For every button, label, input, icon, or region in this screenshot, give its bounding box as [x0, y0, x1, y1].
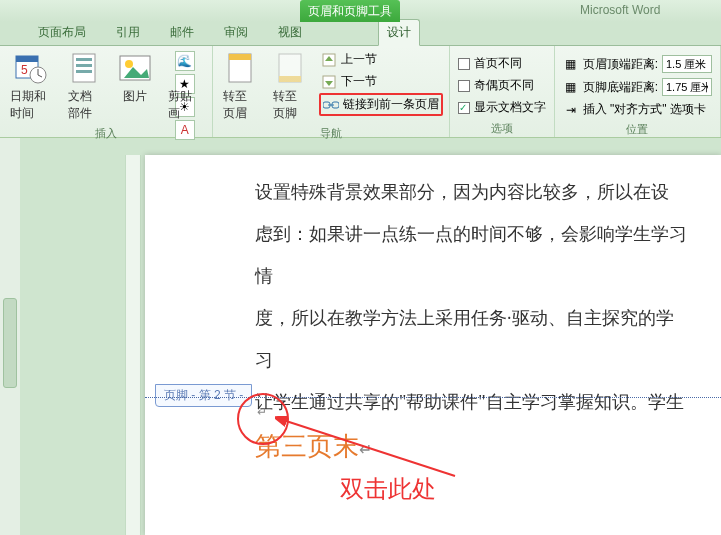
picture-label: 图片 — [123, 88, 147, 105]
group-insert: 5 日期和时间 文档部件 图片 🌊★☀A 剪贴画 — [0, 46, 213, 137]
header-distance-label: 页眉顶端距离: — [583, 56, 658, 73]
goto-header-label: 转至页眉 — [223, 88, 257, 122]
picture-button[interactable]: 图片 — [114, 49, 156, 107]
clipart-label: 剪贴画 — [168, 88, 202, 122]
scrollbar-left[interactable] — [0, 138, 20, 535]
contextual-tab-header-footer: 页眉和页脚工具 — [300, 0, 400, 22]
diff-oddeven-checkbox[interactable]: 奇偶页不同 — [456, 75, 548, 96]
footer-distance-label: 页脚底端距离: — [583, 79, 658, 96]
ribbon: 5 日期和时间 文档部件 图片 🌊★☀A 剪贴画 — [0, 46, 721, 138]
doc-parts-button[interactable]: 文档部件 — [64, 49, 106, 124]
ruler-top-icon: ▦ — [563, 56, 579, 72]
checkbox-icon — [458, 58, 470, 70]
goto-header-button[interactable]: 转至页眉 — [219, 49, 261, 124]
show-text-checkbox[interactable]: 显示文档文字 — [456, 97, 548, 118]
goto-footer-icon — [273, 51, 307, 85]
doc-parts-label: 文档部件 — [68, 88, 102, 122]
group-options-label: 选项 — [456, 119, 548, 136]
ruler-bottom-icon: ▦ — [563, 79, 579, 95]
arrow-up-icon — [321, 52, 337, 68]
diff-first-checkbox[interactable]: 首页不同 — [456, 53, 548, 74]
calendar-clock-icon: 5 — [14, 51, 48, 85]
svg-rect-8 — [76, 64, 92, 67]
clipart-icon: 🌊★☀A — [168, 51, 202, 85]
checkbox-icon — [458, 80, 470, 92]
clipart-button[interactable]: 🌊★☀A 剪贴画 — [164, 49, 206, 124]
body-line: 设置特殊背景效果部分，因为内容比较多，所以在设 — [255, 171, 691, 213]
footer-section-tag[interactable]: 页脚 - 第 2 节 - — [155, 384, 252, 407]
arrow-down-icon — [321, 74, 337, 90]
checkbox-checked-icon — [458, 102, 470, 114]
svg-rect-7 — [76, 58, 92, 61]
body-line: 让学生通过共享的"帮助课件"自主学习掌握知识。学生 — [255, 381, 691, 423]
goto-footer-label: 转至页脚 — [273, 88, 307, 122]
diff-oddeven-label: 奇偶页不同 — [474, 77, 534, 94]
link-to-prev-button[interactable]: 链接到前一条页眉 — [319, 93, 443, 116]
tab-pagelayout[interactable]: 页面布局 — [30, 20, 94, 45]
app-title: Microsoft Word — [580, 3, 660, 17]
prev-section-button[interactable]: 上一节 — [319, 49, 443, 70]
footer-divider — [145, 397, 721, 398]
footer-distance-input[interactable] — [662, 78, 712, 96]
insert-alignment-button[interactable]: ⇥ 插入 "对齐方式" 选项卡 — [561, 99, 714, 120]
tab-mailings[interactable]: 邮件 — [162, 20, 202, 45]
body-line: 度，所以在教学方法上采用任务·驱动、自主探究的学习 — [255, 297, 691, 381]
group-navigation: 转至页眉 转至页脚 上一节 下一节 — [213, 46, 450, 137]
header-distance-row[interactable]: ▦ 页眉顶端距离: — [561, 53, 714, 75]
group-position-label: 位置 — [561, 120, 714, 137]
vertical-ruler — [125, 155, 141, 535]
diff-first-label: 首页不同 — [474, 55, 522, 72]
insert-alignment-label: 插入 "对齐方式" 选项卡 — [583, 101, 706, 118]
group-navigation-label: 导航 — [219, 124, 443, 141]
doc-parts-icon — [68, 51, 102, 85]
link-to-prev-label: 链接到前一条页眉 — [343, 96, 439, 113]
tab-review[interactable]: 审阅 — [216, 20, 256, 45]
date-time-label: 日期和时间 — [10, 88, 52, 122]
show-text-label: 显示文档文字 — [474, 99, 546, 116]
tab-view[interactable]: 视图 — [270, 20, 310, 45]
goto-header-icon — [223, 51, 257, 85]
next-section-button[interactable]: 下一节 — [319, 71, 443, 92]
annotation-text: 双击此处 — [340, 473, 436, 505]
svg-rect-14 — [229, 54, 251, 60]
ribbon-tabs: 页面布局 引用 邮件 审阅 视图 设计 — [0, 22, 721, 46]
prev-section-label: 上一节 — [341, 51, 377, 68]
footer-distance-row[interactable]: ▦ 页脚底端距离: — [561, 76, 714, 98]
svg-point-11 — [125, 60, 133, 68]
body-line: 虑到：如果讲一点练一点的时间不够，会影响学生学习情 — [255, 213, 691, 297]
scrollbar-thumb[interactable] — [3, 298, 17, 388]
tab-design[interactable]: 设计 — [378, 19, 420, 46]
group-options: 首页不同 奇偶页不同 显示文档文字 选项 — [450, 46, 555, 137]
svg-rect-9 — [76, 70, 92, 73]
goto-footer-button[interactable]: 转至页脚 — [269, 49, 311, 124]
date-time-button[interactable]: 5 日期和时间 — [6, 49, 56, 124]
annotation-circle — [237, 393, 289, 445]
svg-rect-16 — [279, 76, 301, 82]
link-icon — [323, 97, 339, 113]
next-section-label: 下一节 — [341, 73, 377, 90]
group-position: ▦ 页眉顶端距离: ▦ 页脚底端距离: ⇥ 插入 "对齐方式" 选项卡 位置 — [555, 46, 721, 137]
tab-align-icon: ⇥ — [563, 102, 579, 118]
tab-references[interactable]: 引用 — [108, 20, 148, 45]
svg-text:5: 5 — [21, 63, 28, 77]
document-area[interactable]: 设置特殊背景效果部分，因为内容比较多，所以在设 虑到：如果讲一点练一点的时间不够… — [145, 155, 721, 535]
picture-icon — [118, 51, 152, 85]
page-marker-text: 第三页末↵ — [255, 429, 691, 464]
group-insert-label: 插入 — [6, 124, 206, 141]
svg-rect-1 — [16, 56, 38, 62]
page: 设置特殊背景效果部分，因为内容比较多，所以在设 虑到：如果讲一点练一点的时间不够… — [145, 155, 721, 535]
header-distance-input[interactable] — [662, 55, 712, 73]
